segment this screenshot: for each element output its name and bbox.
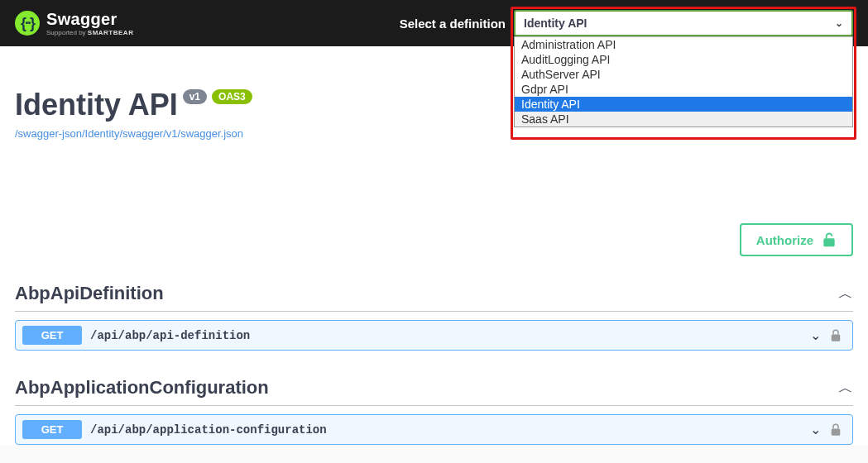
definition-dropdown: Administration APIAuditLogging APIAuthSe… xyxy=(514,36,853,127)
operation-path: /api/abp/api-definition xyxy=(90,329,810,342)
authorize-label: Authorize xyxy=(756,233,813,247)
tag-section: AbpApiDefinition︿GET/api/abp/api-definit… xyxy=(15,276,853,351)
operation-controls: ⌄ xyxy=(810,422,842,437)
tag-section: AbpApplicationConfiguration︿GET/api/abp/… xyxy=(15,370,853,445)
swagger-logo-text: Swagger Supported by SMARTBEAR xyxy=(46,11,133,36)
spec-link[interactable]: /swagger-json/Identity/swagger/v1/swagge… xyxy=(15,127,243,140)
oas-badge: OAS3 xyxy=(212,89,252,104)
operation-method: GET xyxy=(22,420,82,439)
swagger-logo: {··} Swagger Supported by SMARTBEAR xyxy=(15,11,133,36)
tag-header[interactable]: AbpApiDefinition︿ xyxy=(15,276,853,312)
definition-label: Select a definition xyxy=(400,17,506,31)
operation-controls: ⌄ xyxy=(810,327,842,343)
chevron-down-icon[interactable]: ⌄ xyxy=(810,327,821,343)
chevron-down-icon: ⌄ xyxy=(835,17,843,29)
lock-open-icon xyxy=(822,232,837,248)
definition-option[interactable]: AuditLogging API xyxy=(515,52,852,67)
brand-subtext: Supported by SMARTBEAR xyxy=(46,30,133,36)
topbar: {··} Swagger Supported by SMARTBEAR Sele… xyxy=(0,0,868,46)
operation-block[interactable]: GET/api/abp/api-definition⌄ xyxy=(15,320,853,351)
tag-header[interactable]: AbpApplicationConfiguration︿ xyxy=(15,370,853,406)
operation-block[interactable]: GET/api/abp/application-configuration⌄ xyxy=(15,414,853,445)
authorize-row: Authorize xyxy=(15,223,853,256)
tag-name: AbpApplicationConfiguration xyxy=(15,377,269,399)
svg-rect-2 xyxy=(832,428,841,435)
chevron-up-icon: ︿ xyxy=(838,378,853,398)
brand-name: Swagger xyxy=(46,11,133,27)
version-badge: v1 xyxy=(183,89,207,104)
svg-rect-1 xyxy=(832,334,841,341)
chevron-up-icon: ︿ xyxy=(838,284,853,303)
chevron-down-icon[interactable]: ⌄ xyxy=(810,422,821,437)
svg-rect-0 xyxy=(823,238,834,246)
swagger-logo-icon: {··} xyxy=(15,11,40,36)
definition-option[interactable]: Saas API xyxy=(515,112,852,126)
definition-option[interactable]: Identity API xyxy=(515,97,852,112)
authorize-button[interactable]: Authorize xyxy=(740,223,853,256)
lock-icon[interactable] xyxy=(829,328,842,343)
definition-select[interactable]: Identity API ⌄ xyxy=(514,10,853,36)
definition-option[interactable]: AuthServer API xyxy=(515,67,852,82)
definition-option[interactable]: Gdpr API xyxy=(515,82,852,97)
definition-select-wrap: Identity API ⌄ Administration APIAuditLo… xyxy=(514,10,853,36)
definition-select-value: Identity API xyxy=(524,17,587,30)
operation-path: /api/abp/application-configuration xyxy=(90,423,810,437)
api-title: Identity API xyxy=(15,88,178,122)
tag-name: AbpApiDefinition xyxy=(15,283,164,304)
definition-option[interactable]: Administration API xyxy=(515,37,852,52)
lock-icon[interactable] xyxy=(829,422,842,437)
operation-method: GET xyxy=(22,326,82,345)
